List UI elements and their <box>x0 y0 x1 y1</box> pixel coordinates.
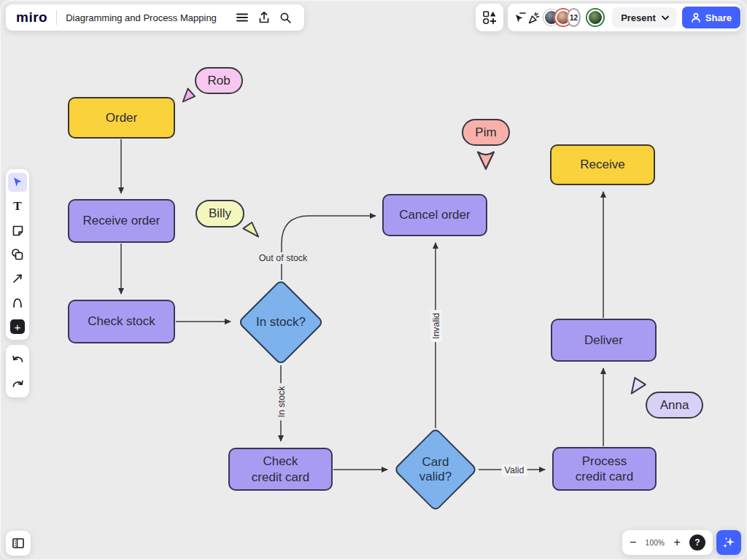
search-button[interactable] <box>275 7 297 28</box>
text-tool-icon: T <box>13 199 21 214</box>
export-button[interactable] <box>253 7 275 28</box>
decision-label: In stock? <box>250 292 311 353</box>
undo-button[interactable] <box>8 349 27 368</box>
collaborator-bubble-pim: Pim <box>462 119 510 146</box>
board-title[interactable]: Diagramming and Process Mapping <box>66 12 217 23</box>
edge-label-in-stock: In stock <box>276 383 287 420</box>
menu-icon <box>236 12 249 23</box>
sticky-note-icon <box>12 225 24 237</box>
plus-icon: + <box>10 319 25 334</box>
edge-label-invalid: Invalid <box>430 310 442 342</box>
decision-label: Card valid? <box>406 440 465 499</box>
creation-toolbar: T + <box>6 169 29 340</box>
collaborator-cursor-pim <box>474 149 498 171</box>
flow-node-in-stock-decision[interactable]: In stock? <box>250 292 311 353</box>
undo-icon <box>12 354 24 364</box>
chevron-down-icon <box>662 15 669 20</box>
collaborator-cursor-rob <box>181 85 201 105</box>
redo-button[interactable] <box>8 374 27 393</box>
edge-label-out-of-stock: Out of stock <box>256 252 311 264</box>
frames-icon <box>12 537 25 549</box>
collaboration-bar: 12 Present Share <box>508 4 741 31</box>
divider <box>56 10 57 25</box>
zoom-out-button[interactable]: − <box>630 537 636 548</box>
flow-node-cancel-order[interactable]: Cancel order <box>382 194 487 236</box>
collaborator-cursor-anna <box>628 375 649 395</box>
collaborator-cursor-billy <box>241 219 260 239</box>
collaborator-bubble-rob: Rob <box>195 67 243 94</box>
present-button[interactable]: Present <box>612 7 676 28</box>
flow-node-receive[interactable]: Receive <box>550 144 655 185</box>
flow-node-check-credit-card[interactable]: Check credit card <box>228 448 333 491</box>
add-tools-button[interactable]: + <box>8 317 27 336</box>
frames-panel-button[interactable] <box>6 531 31 556</box>
shapes-widgets-icon <box>482 10 497 25</box>
select-tool[interactable] <box>8 173 27 192</box>
miro-board-window: Order Receive order Check stock Cancel o… <box>0 0 747 560</box>
search-icon <box>279 12 292 24</box>
shapes-icon <box>11 248 24 261</box>
collaborator-bubble-billy: Billy <box>196 200 244 228</box>
flow-node-order[interactable]: Order <box>68 97 175 139</box>
zoom-bar: − 100% + ? <box>622 530 713 555</box>
ai-assist-button[interactable] <box>716 530 741 555</box>
flow-node-receive-order[interactable]: Receive order <box>68 199 175 243</box>
flow-node-process-credit-card[interactable]: Process credit card <box>552 447 657 491</box>
customize-toolbar-button[interactable] <box>476 4 503 31</box>
export-icon <box>258 11 271 24</box>
sparkles-icon <box>721 535 736 550</box>
present-label: Present <box>621 12 656 23</box>
add-person-icon <box>691 12 701 23</box>
flow-node-deliver[interactable]: Deliver <box>551 319 657 362</box>
text-tool[interactable]: T <box>8 197 27 216</box>
shapes-tool[interactable] <box>8 245 27 264</box>
online-count-badge[interactable]: 12 <box>568 9 579 26</box>
flow-node-card-valid-decision[interactable]: Card valid? <box>406 440 465 499</box>
reactions-button[interactable] <box>527 7 541 28</box>
help-button[interactable]: ? <box>689 534 705 551</box>
board-header: miro Diagramming and Process Mapping <box>6 4 304 31</box>
sticky-note-tool[interactable] <box>8 221 27 240</box>
confetti-icon <box>527 11 541 25</box>
pen-tool[interactable] <box>8 293 27 312</box>
avatar-current-user[interactable] <box>587 9 603 26</box>
share-button[interactable]: Share <box>682 7 740 28</box>
zoom-level[interactable]: 100% <box>646 539 665 547</box>
connector-tool[interactable] <box>8 269 27 288</box>
share-label: Share <box>705 12 732 23</box>
edge-label-valid: Valid <box>502 464 527 476</box>
cursors-toggle-button[interactable] <box>514 7 527 28</box>
miro-logo[interactable]: miro <box>16 9 56 26</box>
collaborator-bubble-anna: Anna <box>646 392 703 419</box>
flow-node-check-stock[interactable]: Check stock <box>68 300 175 343</box>
select-cursor-icon <box>12 176 23 188</box>
undo-redo-panel <box>6 345 29 397</box>
redo-icon <box>12 379 24 389</box>
collaborator-cursors-icon <box>514 11 527 24</box>
pen-icon <box>12 297 23 308</box>
zoom-in-button[interactable]: + <box>673 537 680 548</box>
main-menu-button[interactable] <box>231 7 253 28</box>
arrow-icon <box>12 273 23 284</box>
